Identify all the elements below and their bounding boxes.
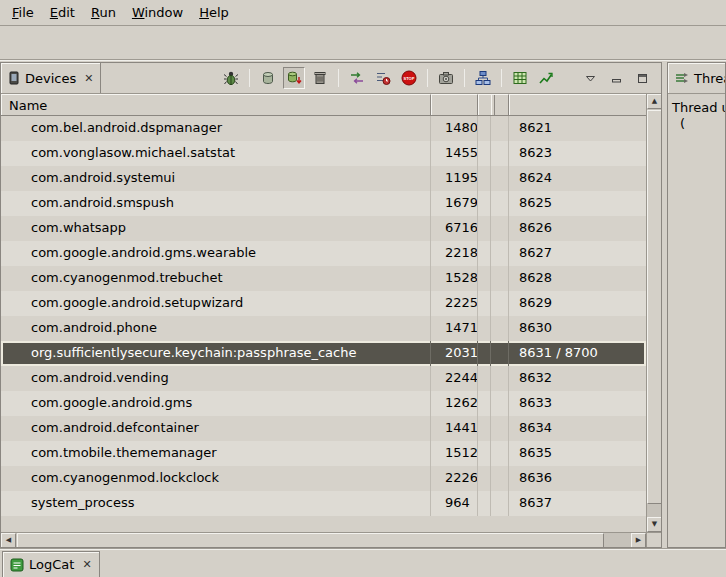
menu-bar: FileEditRunWindowHelp bbox=[0, 0, 726, 26]
empty-cell-1 bbox=[478, 291, 491, 316]
empty-cell-1 bbox=[478, 416, 491, 441]
close-logcat-tab-icon[interactable]: ✕ bbox=[82, 558, 91, 571]
toolbar-separator bbox=[338, 69, 339, 87]
process-row[interactable]: com.vonglasow.michael.satstat 14553 8623 bbox=[1, 141, 646, 166]
vertical-scrollbar[interactable]: ▲ ▼ bbox=[646, 94, 661, 532]
devices-panel: Devices ✕ STOP Name com.bel.android.dspm… bbox=[0, 62, 662, 548]
screen-capture-icon[interactable] bbox=[435, 67, 457, 89]
process-row[interactable]: com.tmobile.thememanager 1512 8635 bbox=[1, 441, 646, 466]
menu-help[interactable]: Help bbox=[191, 2, 237, 23]
port-cell: 8636 bbox=[509, 466, 646, 491]
horizontal-scrollbar[interactable]: ◀ ▶ bbox=[1, 532, 646, 547]
port-cell: 8627 bbox=[509, 241, 646, 266]
empty-cell-1 bbox=[478, 141, 491, 166]
process-table: Name com.bel.android.dspmanager 1480 862… bbox=[1, 94, 646, 532]
tab-threads[interactable]: Threads bbox=[668, 63, 726, 93]
tab-devices[interactable]: Devices ✕ bbox=[1, 63, 101, 93]
threads-message-line2: ( bbox=[672, 116, 725, 132]
toolbar-separator bbox=[464, 69, 465, 87]
toolbar-separator bbox=[249, 69, 250, 87]
vertical-scrollbar-thumb[interactable] bbox=[647, 110, 662, 504]
port-cell: 8632 bbox=[509, 366, 646, 391]
pid-cell: 14411 bbox=[431, 416, 478, 441]
cause-gc-icon[interactable] bbox=[309, 67, 331, 89]
update-heap-icon[interactable] bbox=[257, 67, 279, 89]
process-name-cell: com.whatsapp bbox=[1, 216, 431, 241]
pid-cell: 22185 bbox=[431, 241, 478, 266]
pid-cell: 1679 bbox=[431, 191, 478, 216]
menu-file[interactable]: File bbox=[4, 2, 42, 23]
system-info-icon[interactable] bbox=[509, 67, 531, 89]
main-area: Devices ✕ STOP Name com.bel.android.dspm… bbox=[0, 60, 726, 548]
process-row[interactable]: com.google.android.gms.wearable 22185 86… bbox=[1, 241, 646, 266]
pid-cell: 12623 bbox=[431, 391, 478, 416]
empty-cell-2 bbox=[491, 266, 509, 291]
threads-message-line1: Thread up bbox=[672, 100, 725, 116]
port-cell: 8630 bbox=[509, 316, 646, 341]
process-name-cell: com.bel.android.dspmanager bbox=[1, 116, 431, 141]
debug-process-icon[interactable] bbox=[220, 67, 242, 89]
scroll-up-glyph: ▲ bbox=[652, 98, 657, 105]
process-row[interactable]: com.whatsapp 6716 8626 bbox=[1, 216, 646, 241]
process-name-cell: com.vonglasow.michael.satstat bbox=[1, 141, 431, 166]
process-row[interactable]: com.bel.android.dspmanager 1480 8621 bbox=[1, 116, 646, 141]
menu-window[interactable]: Window bbox=[124, 2, 191, 23]
start-method-profiling-icon[interactable] bbox=[372, 67, 394, 89]
menu-edit[interactable]: Edit bbox=[42, 2, 83, 23]
column-header-port[interactable] bbox=[509, 94, 646, 116]
empty-cell-1 bbox=[478, 241, 491, 266]
maximize-icon[interactable] bbox=[631, 67, 653, 89]
port-cell: 8629 bbox=[509, 291, 646, 316]
process-name-cell: com.google.android.setupwizard bbox=[1, 291, 431, 316]
update-threads-icon[interactable] bbox=[346, 67, 368, 89]
network-stats-icon[interactable] bbox=[535, 67, 557, 89]
process-row[interactable]: com.android.vending 22440 8632 bbox=[1, 366, 646, 391]
threads-panel: Threads Thread up ( bbox=[667, 62, 726, 548]
minimize-icon[interactable] bbox=[605, 67, 627, 89]
dump-hprof-icon[interactable] bbox=[283, 67, 305, 89]
empty-cell-1 bbox=[478, 366, 491, 391]
process-row[interactable]: system_process 964 8637 bbox=[1, 491, 646, 516]
process-row[interactable]: com.android.systemui 1195 8624 bbox=[1, 166, 646, 191]
empty-cell-2 bbox=[491, 316, 509, 341]
scroll-down-icon[interactable]: ▼ bbox=[647, 517, 662, 532]
empty-cell-1 bbox=[478, 266, 491, 291]
empty-cell-2 bbox=[491, 366, 509, 391]
svg-text:STOP: STOP bbox=[404, 76, 415, 81]
process-name-cell: com.android.vending bbox=[1, 366, 431, 391]
view-menu-icon[interactable] bbox=[579, 67, 601, 89]
column-header-spacer-2[interactable] bbox=[491, 94, 509, 116]
process-row[interactable]: com.android.defcontainer 14411 8634 bbox=[1, 416, 646, 441]
logcat-icon bbox=[10, 558, 24, 572]
tab-logcat[interactable]: LogCat ✕ bbox=[2, 551, 100, 577]
process-name-cell: org.sufficientlysecure.keychain:passphra… bbox=[1, 341, 431, 366]
devices-toolbar: STOP bbox=[220, 63, 661, 93]
empty-cell-2 bbox=[491, 141, 509, 166]
view-hierarchy-icon[interactable] bbox=[472, 67, 494, 89]
port-cell: 8628 bbox=[509, 266, 646, 291]
tab-logcat-label: LogCat bbox=[29, 557, 74, 572]
process-row[interactable]: com.cyanogenmod.trebuchet 1528 8628 bbox=[1, 266, 646, 291]
scrollbar-corner bbox=[646, 532, 661, 547]
menu-run[interactable]: Run bbox=[83, 2, 124, 23]
column-header-name[interactable]: Name bbox=[1, 94, 431, 116]
process-row[interactable]: com.google.android.setupwizard 22250 862… bbox=[1, 291, 646, 316]
scroll-left-glyph: ◀ bbox=[6, 537, 11, 544]
threads-message: Thread up ( bbox=[668, 94, 725, 132]
scroll-right-icon[interactable]: ▶ bbox=[631, 533, 646, 548]
process-row[interactable]: com.cyanogenmod.lockclock 22265 8636 bbox=[1, 466, 646, 491]
stop-process-icon[interactable]: STOP bbox=[398, 67, 420, 89]
scroll-left-icon[interactable]: ◀ bbox=[1, 533, 16, 548]
pid-cell: 6716 bbox=[431, 216, 478, 241]
process-row[interactable]: com.android.phone 1471 8630 bbox=[1, 316, 646, 341]
port-cell: 8621 bbox=[509, 116, 646, 141]
process-row[interactable]: com.android.smspush 1679 8625 bbox=[1, 191, 646, 216]
close-devices-tab-icon[interactable]: ✕ bbox=[84, 72, 93, 85]
column-header-pid[interactable] bbox=[431, 94, 478, 116]
scroll-up-icon[interactable]: ▲ bbox=[647, 94, 662, 109]
process-row[interactable]: com.google.android.gms 12623 8633 bbox=[1, 391, 646, 416]
process-row-selected[interactable]: org.sufficientlysecure.keychain:passphra… bbox=[1, 341, 646, 366]
logcat-bar: LogCat ✕ bbox=[0, 548, 726, 577]
empty-cell-1 bbox=[478, 116, 491, 141]
horizontal-scrollbar-thumb[interactable] bbox=[17, 533, 604, 548]
